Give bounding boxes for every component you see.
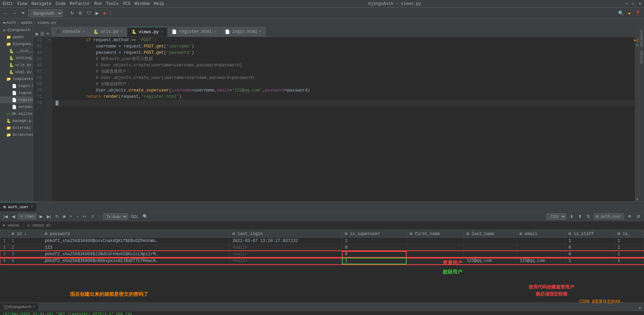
- cell-id-4[interactable]: 4: [9, 258, 42, 264]
- cell-email-3[interactable]: [517, 251, 566, 258]
- cell-id-2[interactable]: 2: [9, 244, 42, 251]
- window-minimize[interactable]: —: [625, 1, 628, 6]
- sidebar-item-wsgi[interactable]: 🐍 wsgi.py: [0, 68, 33, 75]
- cell-password-3[interactable]: pbkdf2_sha256$36000$23Bd53FkHo65$Ko1cLNp…: [42, 251, 230, 258]
- menu-help[interactable]: Help: [154, 1, 164, 6]
- table-row-2[interactable]: 2 2 123 <null> 0 0 1: [0, 244, 644, 251]
- sidebar-item-settings[interactable]: 🐍 setting…: [0, 54, 33, 61]
- cell-lastname-1[interactable]: [464, 238, 517, 244]
- cell-isstaff-1[interactable]: 1: [566, 238, 615, 244]
- cell-lastname-4[interactable]: 123@qq.com: [464, 258, 517, 264]
- tab-database[interactable]: Database: [639, 28, 644, 49]
- window-maximize[interactable]: ☐: [632, 1, 635, 6]
- cell-last-login-1[interactable]: 2022-03-07 13:20:27.037232: [229, 238, 342, 244]
- sidebar-item-scratches[interactable]: 📁 Scratches and…: [0, 131, 33, 138]
- menu-vcs[interactable]: VCS: [123, 1, 130, 6]
- tab-close-login[interactable]: ×: [259, 30, 262, 34]
- cell-email-2[interactable]: [517, 244, 566, 251]
- tab-close-views[interactable]: ×: [161, 30, 163, 34]
- db-upload-button[interactable]: ↑: [97, 213, 102, 220]
- cell-isstaff-4[interactable]: 1: [566, 258, 615, 264]
- cell-email-1[interactable]: [517, 238, 566, 244]
- sidebar-item-register[interactable]: 📄 registe…: [0, 96, 33, 103]
- cell-password-4[interactable]: pbkdf2_sha256$36000$n96bvpxxxdZJ$q6TTC7H…: [42, 258, 230, 264]
- cell-superuser-2[interactable]: 0: [342, 244, 407, 251]
- cell-is-3[interactable]: 1: [615, 251, 644, 258]
- forward-button[interactable]: →: [11, 10, 18, 16]
- menu-navigate[interactable]: Navigate: [31, 1, 52, 6]
- sidebar-item-templates[interactable]: 📁 templates: [0, 75, 33, 82]
- menu-tools[interactable]: Tools: [106, 1, 119, 6]
- db-stop-button[interactable]: ■: [62, 213, 67, 220]
- db-next-button[interactable]: ▶: [38, 213, 44, 220]
- run-config-button[interactable]: ▶: [94, 10, 100, 16]
- db-tab-close[interactable]: ×: [31, 205, 33, 209]
- tab-tool-icon1[interactable]: ◉: [35, 31, 38, 37]
- db-add-button[interactable]: +: [68, 213, 73, 220]
- cell-id-1[interactable]: 1: [9, 238, 42, 244]
- db-commit-button[interactable]: ↗: [89, 213, 95, 220]
- col-is-staff[interactable]: ⊞ is_staff: [566, 230, 615, 238]
- fold-62[interactable]: ▼: [47, 37, 52, 43]
- csv-select[interactable]: CSV: [546, 213, 566, 220]
- recent-button[interactable]: ⏷: [20, 10, 27, 16]
- col-id[interactable]: ⊞ id ↕: [9, 230, 42, 238]
- sidebar-item-db[interactable]: 🗃 db.sqlite3: [0, 110, 33, 117]
- table-row-1[interactable]: 1 1 pbkdf2_sha256$36000$onxCnakdQH1f$EBx…: [0, 238, 644, 244]
- db-last-button[interactable]: ▶|: [45, 213, 52, 220]
- cell-superuser-4[interactable]: 1: [342, 258, 407, 264]
- db-prev-button[interactable]: ◀: [10, 213, 16, 220]
- sidebar-item-djangoauth[interactable]: ▶ djangoAuth: [0, 27, 33, 34]
- cell-lastname-2[interactable]: [464, 244, 517, 251]
- help-icon-button[interactable]: ❓: [634, 10, 642, 16]
- tab-views[interactable]: 🐍 views.py ×: [127, 27, 168, 37]
- menu-run[interactable]: Run: [94, 1, 102, 6]
- menu-refactor[interactable]: Refactor: [70, 1, 90, 6]
- cell-superuser-3[interactable]: 0: [342, 251, 407, 258]
- breadcrumb-part-app01[interactable]: app01: [21, 21, 33, 25]
- tx-mode-select[interactable]: Tx: Auto: [103, 213, 128, 220]
- col-password[interactable]: ⊞ password: [42, 230, 230, 238]
- back-button[interactable]: ←: [2, 10, 9, 16]
- cell-is-1[interactable]: 1: [615, 238, 644, 244]
- sidebar-item-djangoau[interactable]: 📁 djangoAu…: [0, 41, 33, 47]
- col-first-name[interactable]: ⊞ first_name: [407, 230, 464, 238]
- build-button[interactable]: ⚙: [77, 10, 84, 16]
- col-is-superuser[interactable]: ⊞ is_superuser: [342, 230, 407, 238]
- table-row-3[interactable]: 3 3 pbkdf2_sha256$36000$23Bd53FkHo65$Ko1…: [0, 251, 644, 258]
- cell-password-2[interactable]: 123: [42, 244, 230, 251]
- sidebar-item-manage[interactable]: 🐍 manage.p…: [0, 117, 33, 124]
- sidebar-item-external[interactable]: 📁 External Libra…: [0, 124, 33, 131]
- sidebar-item-urls[interactable]: 🐍 urls.py: [0, 61, 33, 68]
- cell-password-1[interactable]: pbkdf2_sha256$36000$onxCnakdQH1f$EBxOZPe…: [42, 238, 230, 244]
- sidebar-item-setpass[interactable]: 📄 setpass…: [0, 103, 33, 110]
- db-first-button[interactable]: |◀: [2, 213, 9, 220]
- cell-id-3[interactable]: 3: [9, 251, 42, 258]
- tab-close-console[interactable]: ×: [83, 30, 85, 34]
- table-row-4[interactable]: 4 4 pbkdf2_sha256$36000$n96bvpxxxdZJ$q6T…: [0, 258, 644, 264]
- col-email[interactable]: ⊞ email: [517, 230, 566, 238]
- col-last-name[interactable]: ⊞ last_name: [464, 230, 517, 238]
- col-last-login[interactable]: ⊞ last_login: [229, 230, 342, 238]
- tab-tool-icon2[interactable]: ☰: [40, 31, 44, 37]
- console-tab-close[interactable]: ×: [33, 305, 35, 309]
- tab-register-html[interactable]: 📄 register.html ×: [167, 27, 221, 37]
- tab-close-register[interactable]: ×: [214, 30, 216, 34]
- cell-last-login-2[interactable]: <null>: [229, 244, 342, 251]
- db-upload2-button[interactable]: ⬆: [577, 213, 583, 220]
- db-refresh-button[interactable]: ↻: [54, 213, 60, 220]
- breadcrumb-part-views[interactable]: views.py: [37, 21, 56, 25]
- scroll-down[interactable]: ∨: [636, 197, 638, 201]
- sidebar-item-logout[interactable]: 📄 logout.…: [0, 89, 33, 96]
- db-eye-button[interactable]: 👁: [626, 213, 633, 220]
- cell-last-login-3[interactable]: <null>: [229, 251, 342, 258]
- db-tab-auth-user[interactable]: ⊞ auth_user ×: [0, 202, 37, 211]
- project-dropdown[interactable]: djangoAuth: [28, 9, 63, 17]
- menu-code[interactable]: Code: [56, 1, 66, 6]
- profile-button[interactable]: ●: [627, 10, 632, 16]
- code-editor[interactable]: 62 63 64 65 66 67 68 69 70 71 72 ▼: [33, 37, 639, 201]
- db-settings-button[interactable]: ⚙: [635, 213, 642, 220]
- sync-button[interactable]: ↻: [69, 10, 76, 16]
- code-content[interactable]: if request.method == 'POST': username = …: [52, 37, 635, 201]
- db-search-button[interactable]: 🔍: [141, 213, 149, 220]
